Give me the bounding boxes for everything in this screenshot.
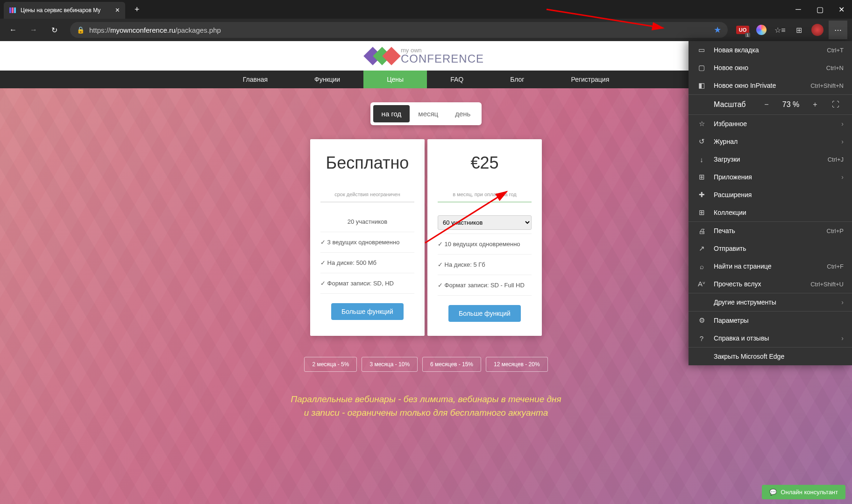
address-bar[interactable]: 🔒 https://myownconference.ru/packages.ph… <box>70 22 728 38</box>
menu-button[interactable]: ⋯ <box>829 21 847 39</box>
pricing-card-free: Бесплатно срок действия неограничен 20 у… <box>310 139 425 336</box>
print-icon: 🖨 <box>697 227 706 235</box>
maximize-button[interactable]: ▢ <box>809 0 831 19</box>
nav-home[interactable]: Главная <box>220 71 291 88</box>
read-aloud-icon: Aᵛ <box>697 280 706 288</box>
menu-history[interactable]: ↺Журнал› <box>689 133 852 150</box>
presenters-paid: ✓ 10 ведущих одновременно <box>438 234 532 255</box>
discount-2m[interactable]: 2 месяца - 5% <box>304 357 357 372</box>
menu-collections[interactable]: ⊞Коллекции <box>689 204 852 221</box>
menu-share[interactable]: ↗Отправить <box>689 240 852 257</box>
share-icon: ↗ <box>697 244 706 253</box>
nav-prices[interactable]: Цены <box>363 71 427 88</box>
nav-features[interactable]: Функции <box>291 71 363 88</box>
minimize-button[interactable]: ─ <box>788 0 809 19</box>
menu-new-tab[interactable]: ▭Новая вкладкаCtrl+T <box>689 41 852 59</box>
inprivate-icon: ◧ <box>697 81 706 90</box>
period-year[interactable]: на год <box>373 105 410 122</box>
profile-icon[interactable] <box>810 22 825 37</box>
favicon-icon <box>9 7 17 14</box>
menu-read-aloud[interactable]: AᵛПрочесть вслухCtrl+Shift+U <box>689 275 852 293</box>
zoom-label: Масштаб <box>714 100 754 109</box>
extensions-icon: ✚ <box>697 191 706 199</box>
menu-help[interactable]: ?Справка и отзывы› <box>689 329 852 347</box>
chevron-right-icon: › <box>841 173 844 181</box>
zoom-value: 73 % <box>779 100 802 109</box>
pricing-card-paid: €25 в месяц, при оплате за год 60 участн… <box>427 139 542 336</box>
menu-new-inprivate[interactable]: ◧Новое окно InPrivateCtrl+Shift+N <box>689 77 852 94</box>
menu-zoom: Масштаб − 73 % + ⛶ <box>689 95 852 114</box>
favorites-icon[interactable]: ☆≡ <box>773 22 788 37</box>
collections-menu-icon: ⊞ <box>697 208 706 217</box>
zoom-out-button[interactable]: − <box>759 98 774 112</box>
chevron-right-icon: › <box>841 334 844 342</box>
price-paid: €25 <box>438 153 532 173</box>
help-icon: ? <box>697 334 706 342</box>
price-free: Бесплатно <box>320 153 414 173</box>
lock-icon: 🔒 <box>77 26 85 34</box>
menu-more-tools[interactable]: Другие инструменты› <box>689 293 852 311</box>
discount-3m[interactable]: 3 месяца - 10% <box>362 357 418 372</box>
forward-button[interactable]: → <box>25 21 42 38</box>
menu-find[interactable]: ⌕Найти на страницеCtrl+F <box>689 257 852 275</box>
apps-icon: ⊞ <box>697 173 706 181</box>
extension-icon[interactable] <box>754 22 769 37</box>
logo-icon <box>368 50 396 63</box>
ublock-icon[interactable]: UO1 <box>735 22 750 37</box>
discount-6m[interactable]: 6 месяцев - 15% <box>422 357 481 372</box>
new-window-icon: ▢ <box>697 64 706 72</box>
site-logo[interactable]: my own CONFERENCE <box>368 47 484 64</box>
tab-title: Цены на сервис вебинаров My <box>21 7 112 14</box>
logo-text-big: CONFERENCE <box>401 53 484 64</box>
menu-downloads[interactable]: ↓ЗагрузкиCtrl+J <box>689 150 852 168</box>
downloads-icon: ↓ <box>697 156 706 163</box>
chat-label: Онлайн консультант <box>781 489 838 496</box>
chevron-right-icon: › <box>841 138 844 145</box>
url-text: https://myownconference.ru/packages.php <box>89 26 221 34</box>
more-button-free[interactable]: Больше функций <box>331 303 404 320</box>
zoom-in-button[interactable]: + <box>807 98 823 112</box>
menu-new-window[interactable]: ▢Новое окноCtrl+N <box>689 59 852 77</box>
collections-icon[interactable]: ⊞ <box>791 22 806 37</box>
chevron-right-icon: › <box>841 120 844 128</box>
menu-favorites[interactable]: ☆Избранное› <box>689 115 852 133</box>
nav-blog[interactable]: Блог <box>487 71 547 88</box>
favorite-star-icon[interactable]: ★ <box>714 25 721 35</box>
browser-tab[interactable]: Цены на сервис вебинаров My × <box>4 2 125 19</box>
chat-icon: 💬 <box>769 489 777 496</box>
chevron-right-icon: › <box>841 298 844 306</box>
menu-print[interactable]: 🖨ПечатьCtrl+P <box>689 222 852 240</box>
find-icon: ⌕ <box>697 263 706 270</box>
presenters-free: ✓ 3 ведущих одновременно <box>320 232 414 253</box>
new-tab-icon: ▭ <box>697 46 706 54</box>
settings-icon: ⚙ <box>697 316 706 325</box>
fullscreen-button[interactable]: ⛶ <box>828 98 844 112</box>
period-month[interactable]: месяц <box>410 105 447 122</box>
disk-paid: ✓ На диске: 5 Гб <box>438 255 532 275</box>
participants-select[interactable]: 60 участников <box>438 215 532 230</box>
disk-free: ✓ На диске: 500 Мб <box>320 253 414 273</box>
nav-register[interactable]: Регистрация <box>547 71 632 88</box>
menu-apps[interactable]: ⊞Приложения› <box>689 168 852 186</box>
new-tab-button[interactable]: + <box>131 3 143 16</box>
back-button[interactable]: ← <box>5 21 21 38</box>
menu-close-edge[interactable]: Закрыть Microsoft Edge <box>689 348 852 365</box>
promo-text: Параллельные вебинары - без лимита, веби… <box>0 393 852 419</box>
chat-widget[interactable]: 💬 Онлайн консультант <box>762 485 845 499</box>
favorites-menu-icon: ☆ <box>697 120 706 128</box>
menu-extensions[interactable]: ✚Расширения <box>689 186 852 204</box>
discount-12m[interactable]: 12 месяцев - 20% <box>486 357 548 372</box>
format-free: ✓ Формат записи: SD, HD <box>320 273 414 294</box>
participants-free: 20 участников <box>320 212 414 232</box>
reload-button[interactable]: ↻ <box>46 21 63 38</box>
sub-free: срок действия неограничен <box>320 192 414 202</box>
period-day[interactable]: день <box>447 105 479 122</box>
title-bar: Цены на сервис вебинаров My × + ─ ▢ ✕ <box>0 0 852 19</box>
sub-paid: в месяц, при оплате за год <box>438 192 532 202</box>
close-window-button[interactable]: ✕ <box>831 0 852 19</box>
nav-faq[interactable]: FAQ <box>427 71 487 88</box>
menu-settings[interactable]: ⚙Параметры <box>689 312 852 329</box>
tab-close-icon[interactable]: × <box>115 6 120 14</box>
more-button-paid[interactable]: Больше функций <box>448 305 521 322</box>
window-controls: ─ ▢ ✕ <box>788 0 852 19</box>
